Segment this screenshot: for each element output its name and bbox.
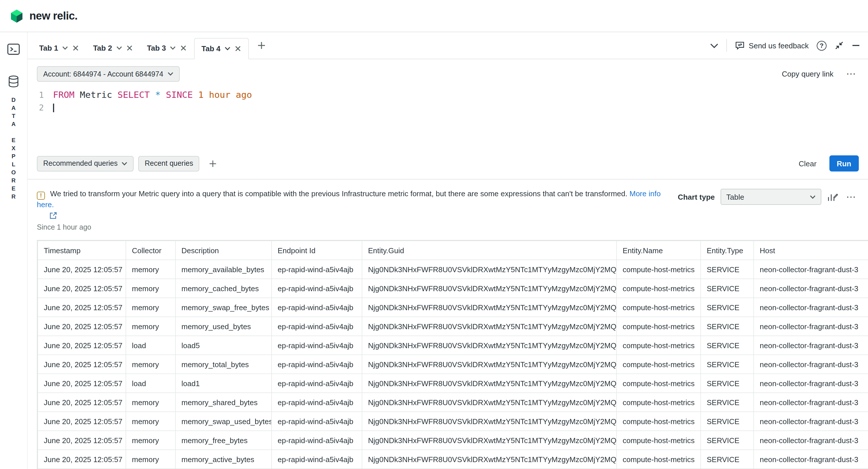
table-row[interactable]: June 20, 2025 12:05:57 memory memory_fre… [38,431,868,450]
database-icon[interactable] [8,75,19,88]
table-row[interactable]: June 20, 2025 12:05:57 memory memory_swa… [38,298,868,317]
cell-description: memory_used_bytes [175,317,272,336]
cell-description: memory_free_bytes [175,431,272,450]
cell-entity-guid: Njg0NDk3NHxFWFR8U0VSVklDRXwtMzY5NTc1MTYy… [362,355,617,374]
tab-label: Tab 2 [93,44,112,53]
tab-1[interactable]: Tab 1 ✕ [32,37,86,59]
cell-description: memory_active_bytes [175,450,272,469]
collapse-icon[interactable] [835,41,844,50]
table-row[interactable]: June 20, 2025 12:05:57 memory memory_act… [38,450,868,469]
table-row[interactable]: June 20, 2025 12:05:57 memory memory_swa… [38,412,868,431]
cell-host: neon-collector-fragrant-dust-3 [754,393,868,412]
add-query-icon[interactable] [209,159,217,168]
new-relic-logo[interactable]: new relic. [9,8,78,23]
column-header[interactable]: Entity.Name [617,241,701,260]
query-toolbar: Recommended queries Recent queries Clear… [28,151,868,179]
results-panel: !We tried to transform your Metric query… [28,179,868,469]
cell-entity-name: compute-host-metrics [617,336,701,355]
cell-entity-name: compute-host-metrics [617,260,701,279]
column-header[interactable]: Host [754,241,868,260]
chevron-down-icon[interactable] [116,46,122,50]
minimize-icon[interactable] [852,41,860,49]
help-icon[interactable]: ? [817,40,827,51]
query-builder-panel: Account: 6844974 - Account 6844974 Copy … [28,59,868,179]
cell-description: memory_swap_free_bytes [175,298,272,317]
nrql-number: 1 [198,90,204,100]
line-number: 1 [28,89,53,101]
run-button[interactable]: Run [829,155,859,171]
table-row[interactable]: June 20, 2025 12:05:57 memory memory_tot… [38,355,868,374]
cell-entity-name: compute-host-metrics [617,317,701,336]
transform-warning: !We tried to transform your Metric query… [37,189,678,231]
tab-label: Tab 3 [147,44,166,53]
cell-entity-type: SERVICE [701,374,754,393]
nrql-star: * [155,90,161,100]
query-editor[interactable]: 1 FROM Metric SELECT * SINCE 1 hour ago … [28,84,868,151]
recent-queries-button[interactable]: Recent queries [138,156,199,171]
cell-timestamp: June 20, 2025 12:05:57 [38,298,126,317]
table-row[interactable]: June 20, 2025 12:05:57 memory memory_use… [38,317,868,336]
table-row[interactable]: June 20, 2025 12:05:57 memory memory_sha… [38,393,868,412]
cell-description: load1 [175,374,272,393]
chevron-down-icon [810,195,815,199]
cell-entity-type: SERVICE [701,393,754,412]
copy-query-link-button[interactable]: Copy query link [782,70,833,78]
chevron-down-icon[interactable] [224,46,230,51]
column-header[interactable]: Collector [126,241,175,260]
cell-entity-type: SERVICE [701,317,754,336]
external-link-icon[interactable] [50,212,664,219]
feedback-icon [735,41,745,50]
column-header[interactable]: Endpoint Id [272,241,362,260]
data-explorer-label: DATA EXPLORER [10,97,17,201]
chevron-down-icon[interactable] [170,46,176,50]
cell-endpoint-id: ep-rapid-wind-a5iv4ajb [272,298,362,317]
cell-collector: memory [126,412,175,431]
chart-type-select[interactable]: Table [720,189,822,205]
cell-entity-type: SERVICE [701,336,754,355]
cell-entity-name: compute-host-metrics [617,355,701,374]
send-feedback-button[interactable]: Send us feedback [735,41,809,50]
account-selector[interactable]: Account: 6844974 - Account 6844974 [37,66,179,82]
close-icon[interactable]: ✕ [234,44,241,53]
tab-3[interactable]: Tab 3 ✕ [140,37,194,59]
results-table: TimestampCollectorDescriptionEndpoint Id… [37,240,868,469]
cell-entity-type: SERVICE [701,431,754,450]
tab-2[interactable]: Tab 2 ✕ [86,37,140,59]
cell-collector: memory [126,279,175,298]
cell-timestamp: June 20, 2025 12:05:57 [38,431,126,450]
table-header-row: TimestampCollectorDescriptionEndpoint Id… [38,241,868,260]
table-row[interactable]: June 20, 2025 12:05:57 memory memory_ava… [38,260,868,279]
table-row[interactable]: June 20, 2025 12:05:57 memory memory_cac… [38,279,868,298]
column-header[interactable]: Entity.Guid [362,241,617,260]
cell-description: memory_cached_bytes [175,279,272,298]
column-header[interactable]: Description [175,241,272,260]
cell-host: neon-collector-fragrant-dust-3 [754,336,868,355]
cell-entity-guid: Njg0NDk3NHxFWFR8U0VSVklDRXwtMzY5NTc1MTYy… [362,336,617,355]
table-row[interactable]: June 20, 2025 12:05:57 load load5 ep-rap… [38,336,868,355]
cell-description: memory_total_bytes [175,355,272,374]
query-console-icon[interactable] [6,42,21,57]
content-area: Tab 1 ✕ Tab 2 ✕ Tab 3 ✕ Tab 4 ✕ [28,32,868,469]
tab-strip: Tab 1 ✕ Tab 2 ✕ Tab 3 ✕ Tab 4 ✕ [28,32,868,59]
nrql-duration: hour ago [209,90,252,100]
tabs-overflow-chevron-icon[interactable] [710,43,718,48]
more-options-icon[interactable]: ⋯ [844,191,859,203]
chart-edit-icon[interactable] [827,192,838,202]
chevron-down-icon[interactable] [62,46,68,50]
close-icon[interactable]: ✕ [72,44,79,53]
more-options-icon[interactable]: ⋯ [844,68,859,80]
table-row[interactable]: June 20, 2025 12:05:57 load load1 ep-rap… [38,374,868,393]
close-icon[interactable]: ✕ [180,44,187,53]
cell-timestamp: June 20, 2025 12:05:57 [38,260,126,279]
recommended-queries-button[interactable]: Recommended queries [37,156,134,171]
close-icon[interactable]: ✕ [126,44,133,53]
column-header[interactable]: Timestamp [38,241,126,260]
cell-entity-name: compute-host-metrics [617,450,701,469]
tab-4[interactable]: Tab 4 ✕ [194,38,249,59]
clear-button[interactable]: Clear [790,159,825,168]
add-tab-icon[interactable] [257,41,267,50]
cell-entity-name: compute-host-metrics [617,279,701,298]
cell-entity-guid: Njg0NDk3NHxFWFR8U0VSVklDRXwtMzY5NTc1MTYy… [362,412,617,431]
chart-type-selected: Table [726,193,744,201]
column-header[interactable]: Entity.Type [701,241,754,260]
